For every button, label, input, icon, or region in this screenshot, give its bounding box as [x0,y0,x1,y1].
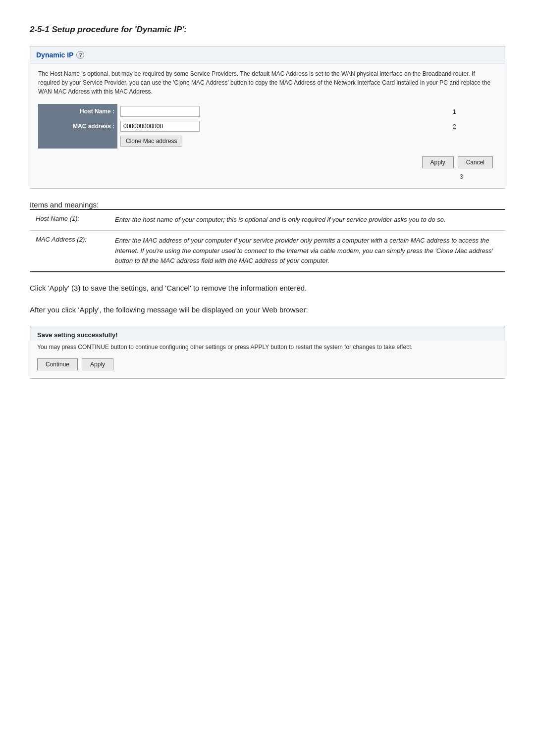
host-name-input[interactable] [120,106,200,117]
table-row: Clone Mac address [38,134,497,149]
apply-button[interactable]: Apply [422,156,454,168]
clone-mac-button[interactable]: Clone Mac address [120,136,182,147]
mac-address-number: 2 [446,119,497,134]
table-row: Host Name : 1 [38,104,497,119]
success-header: Save setting successfully! [30,326,505,341]
success-buttons: Continue Apply [37,358,498,370]
mac-address-cell [117,119,446,134]
form-table: Host Name : 1 MAC address : 2 [38,104,497,149]
panel-header: Dynamic IP ? [30,47,505,63]
success-panel: Save setting successfully! You may press… [30,326,505,379]
apply-cancel-row: Apply Cancel [38,154,497,172]
number-3-label: 3 [38,173,497,180]
meanings-table: Host Name (1): Enter the host name of yo… [30,209,505,272]
items-heading: Items and meanings: [30,201,505,209]
table-row: MAC Address (2): Enter the MAC address o… [30,230,505,272]
host-name-label: Host Name : [38,104,117,119]
mac-address-item-desc: Enter the MAC address of your computer i… [109,230,505,272]
dynamic-ip-panel: Dynamic IP ? The Host Name is optional, … [30,47,505,189]
table-row: Host Name (1): Enter the host name of yo… [30,209,505,230]
success-body: You may press CONTINUE button to continu… [30,341,505,378]
panel-description: The Host Name is optional, but may be re… [38,69,497,96]
table-row: MAC address : 2 [38,119,497,134]
host-name-cell [117,104,446,119]
help-icon[interactable]: ? [76,51,84,59]
clone-btn-cell: Clone Mac address [117,134,446,149]
empty-label [38,134,117,149]
info-para-1: Click 'Apply' (3) to save the settings, … [30,282,505,294]
mac-address-input[interactable] [120,121,200,132]
continue-button[interactable]: Continue [37,358,78,370]
success-apply-button[interactable]: Apply [82,358,113,370]
host-name-item-desc: Enter the host name of your computer; th… [109,209,505,230]
success-description: You may press CONTINUE button to continu… [37,343,498,352]
panel-body: The Host Name is optional, but may be re… [30,63,505,188]
page-title: 2-5-1 Setup procedure for 'Dynamic IP': [30,25,505,35]
cancel-button[interactable]: Cancel [458,156,493,168]
mac-address-item-label: MAC Address (2): [30,230,109,272]
host-name-item-label: Host Name (1): [30,209,109,230]
info-para-2: After you click 'Apply', the following m… [30,304,505,316]
panel-header-title: Dynamic IP [36,51,73,59]
host-name-number: 1 [446,104,497,119]
mac-address-label: MAC address : [38,119,117,134]
